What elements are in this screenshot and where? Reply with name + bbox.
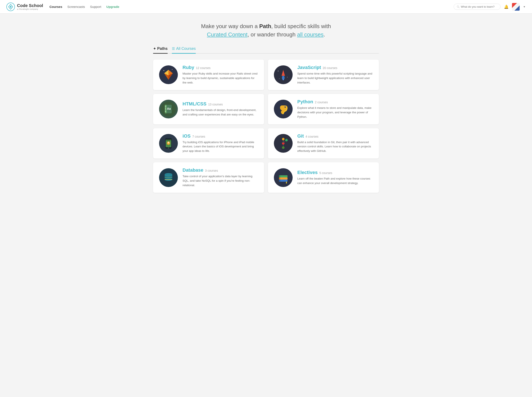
git-count: 4 courses	[306, 135, 319, 138]
svg-point-32	[285, 106, 286, 107]
svg-point-47	[283, 142, 284, 143]
brand-logo[interactable]: Code School a Pluralsight company	[6, 3, 43, 11]
svg-point-37	[168, 147, 169, 149]
nav-screencasts[interactable]: Screencasts	[67, 5, 85, 8]
svg-text:✦: ✦	[172, 69, 173, 70]
main-content: Make your way down a Path, build specifi…	[149, 14, 383, 205]
database-info: Database 3 courses Take control of your …	[183, 167, 258, 188]
course-card-ios[interactable]: iOS 7 courses Try building iOS applicati…	[153, 128, 264, 159]
all-courses-tab-icon: ☰	[172, 47, 175, 51]
ruby-title: Ruby 12 courses	[183, 65, 258, 70]
svg-point-3	[10, 6, 11, 7]
ios-title: iOS 7 courses	[183, 133, 258, 139]
svg-rect-62	[279, 177, 280, 180]
python-icon	[274, 100, 293, 118]
git-desc: Build a solid foundation in Git, then pa…	[297, 140, 373, 154]
svg-line-5	[458, 7, 459, 8]
git-icon	[274, 134, 293, 153]
ruby-icon: ✦ ✦	[159, 65, 178, 84]
hero-bold: Path	[259, 23, 271, 29]
brand-sub: a Pluralsight company	[17, 8, 43, 10]
svg-rect-60	[279, 180, 280, 182]
svg-rect-57	[165, 177, 172, 177]
curated-content-link[interactable]: Curated Content	[207, 31, 247, 38]
avatar[interactable]	[512, 3, 520, 11]
svg-point-46	[285, 139, 288, 141]
html-css-icon: Aa	[159, 100, 178, 118]
python-title: Python 2 courses	[297, 99, 373, 105]
course-card-git[interactable]: Git 4 courses Build a solid foundation i…	[268, 128, 379, 159]
nav-support[interactable]: Support	[90, 5, 101, 8]
paths-tab-label: Paths	[157, 46, 168, 51]
all-courses-tab-label: All Courses	[176, 46, 196, 51]
electives-info: Electives 5 courses Learn off the beaten…	[297, 170, 373, 186]
ruby-desc: Master your Ruby skills and increase you…	[183, 72, 258, 85]
tab-paths[interactable]: ✦ Paths	[153, 46, 168, 54]
brand-name: Code School	[17, 3, 43, 8]
ios-icon	[159, 134, 178, 153]
electives-count: 5 courses	[319, 171, 332, 175]
js-count: 20 courses	[323, 66, 337, 70]
ruby-info: Ruby 12 courses Master your Ruby skills …	[183, 65, 258, 85]
search-input[interactable]	[461, 5, 497, 8]
html-desc: Learn the fundamentals of design, front-…	[183, 108, 258, 117]
nav-courses[interactable]: Courses	[49, 5, 62, 8]
javascript-info: JavaScript 20 courses Spend some time wi…	[297, 65, 373, 85]
javascript-title: JavaScript 20 courses	[297, 65, 373, 70]
tab-all-courses[interactable]: ☰ All Courses	[172, 46, 196, 54]
database-count: 3 courses	[205, 169, 218, 172]
svg-point-43	[282, 138, 285, 140]
html-count: 13 courses	[208, 103, 223, 106]
svg-text:Aa: Aa	[167, 107, 171, 110]
search-icon	[457, 5, 460, 8]
svg-rect-23	[165, 105, 167, 113]
chevron-down-icon[interactable]: ▼	[523, 5, 526, 8]
svg-point-45	[282, 146, 285, 149]
javascript-icon: ✦ ✦ ✦	[274, 65, 293, 84]
course-card-electives[interactable]: Electives 5 courses Learn off the beaten…	[268, 162, 379, 193]
course-card-database[interactable]: Database 3 courses Take control of your …	[153, 162, 264, 193]
course-card-javascript[interactable]: ✦ ✦ ✦ JavaScript 20 courses Spend some t…	[268, 60, 379, 90]
html-css-info: HTML/CSS 13 courses Learn the fundamenta…	[183, 101, 258, 117]
electives-title: Electives 5 courses	[297, 170, 373, 175]
notification-bell-icon[interactable]: 🔔	[504, 5, 509, 9]
ios-desc: Try building iOS applications for iPhone…	[183, 140, 258, 154]
python-count: 2 courses	[315, 100, 328, 104]
ios-count: 7 courses	[192, 135, 205, 138]
nav-upgrade[interactable]: Upgrade	[106, 5, 119, 8]
brand-text: Code School a Pluralsight company	[17, 3, 43, 10]
svg-rect-36	[166, 139, 171, 140]
ios-info: iOS 7 courses Try building iOS applicati…	[183, 133, 258, 154]
course-card-python[interactable]: Python 2 courses Explore what it means t…	[268, 94, 379, 124]
hero-section: Make your way down a Path, build specifi…	[153, 22, 379, 39]
database-title: Database 3 courses	[183, 167, 258, 173]
hero-text: Make your way down a Path, build specifi…	[153, 22, 379, 39]
codeschool-logo-icon	[6, 3, 15, 11]
svg-rect-64	[279, 175, 280, 177]
python-info: Python 2 courses Explore what it means t…	[297, 99, 373, 119]
svg-point-17	[283, 79, 284, 80]
database-desc: Take control of your application's data …	[183, 174, 258, 188]
all-courses-link[interactable]: all courses	[297, 31, 323, 38]
courses-grid: ✦ ✦ Ruby 12 courses Master your Ruby ski…	[153, 60, 379, 193]
svg-rect-56	[165, 179, 172, 180]
navbar: Code School a Pluralsight company Course…	[0, 0, 532, 14]
html-css-title: HTML/CSS 13 courses	[183, 101, 258, 107]
navbar-right: 🔔 ▼	[454, 3, 526, 11]
course-card-ruby[interactable]: ✦ ✦ Ruby 12 courses Master your Ruby ski…	[153, 60, 264, 90]
svg-text:✦: ✦	[163, 70, 165, 72]
search-box[interactable]	[454, 4, 501, 10]
main-nav: Courses Screencasts Support Upgrade	[49, 5, 119, 9]
git-title: Git 4 courses	[297, 133, 373, 139]
tabs-bar: ✦ Paths ☰ All Courses	[153, 46, 379, 54]
svg-text:✦: ✦	[287, 76, 288, 78]
electives-desc: Learn off the beaten Path and explore ho…	[297, 177, 373, 186]
database-icon	[159, 168, 178, 187]
course-card-html-css[interactable]: Aa HTML/CSS 13 courses Learn the fundame…	[153, 94, 264, 124]
python-desc: Explore what it means to store and manip…	[297, 106, 373, 119]
ruby-count: 12 courses	[196, 66, 210, 70]
electives-icon	[274, 168, 293, 187]
svg-text:✦: ✦	[278, 70, 279, 72]
git-info: Git 4 courses Build a solid foundation i…	[297, 133, 373, 154]
paths-tab-icon: ✦	[153, 47, 156, 51]
